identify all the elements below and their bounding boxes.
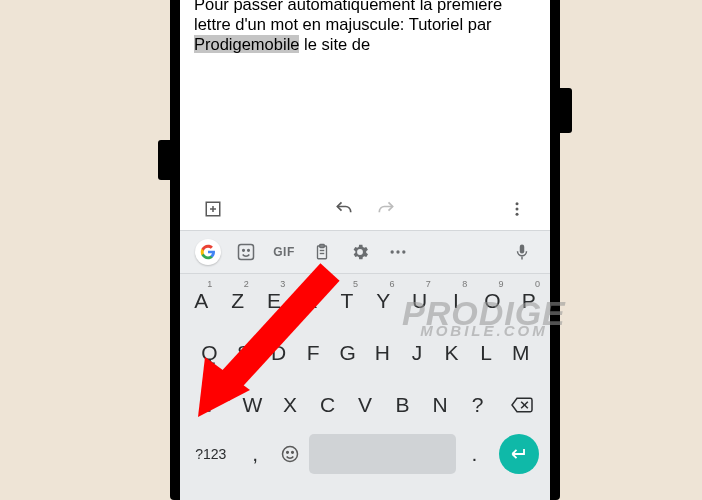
key-T[interactable]: T5: [330, 278, 364, 324]
key-V[interactable]: V: [347, 382, 383, 428]
key-S[interactable]: S: [228, 330, 261, 376]
svg-point-15: [402, 250, 405, 253]
key-U[interactable]: U7: [402, 278, 436, 324]
text-line1: Pour passer automatiquement la première: [194, 0, 502, 13]
svg-point-3: [516, 202, 519, 205]
clipboard-icon[interactable]: [304, 234, 340, 270]
key-F[interactable]: F: [297, 330, 330, 376]
phone-frame: Pour passer automatiquement la première …: [170, 0, 560, 500]
svg-rect-6: [239, 245, 254, 260]
key-W[interactable]: W: [235, 382, 271, 428]
on-screen-keyboard: A1Z2E3R4T5Y6U7I8O9P0 QSDFGHJKLM WXCVBN? …: [180, 274, 550, 500]
key-Y[interactable]: Y6: [366, 278, 400, 324]
gif-icon[interactable]: GIF: [266, 234, 302, 270]
text-line2: lettre d'un mot en majuscule: Tutoriel p…: [194, 15, 492, 33]
key-K[interactable]: K: [435, 330, 468, 376]
svg-point-14: [396, 250, 399, 253]
keyboard-row-1: A1Z2E3R4T5Y6U7I8O9P0: [180, 278, 550, 324]
settings-icon[interactable]: [342, 234, 378, 270]
phone-notch-right: [560, 88, 572, 133]
text-highlight: Prodigemobile: [194, 35, 299, 53]
key-D[interactable]: D: [262, 330, 295, 376]
keyboard-row-3: WXCVBN?: [180, 382, 550, 428]
backspace-key[interactable]: [497, 382, 546, 428]
key-P[interactable]: P0: [512, 278, 546, 324]
more-options-icon[interactable]: [504, 196, 530, 222]
insert-icon[interactable]: [200, 196, 226, 222]
period-key[interactable]: .: [458, 434, 491, 474]
svg-point-20: [287, 452, 289, 454]
symbols-key[interactable]: ?123: [185, 434, 237, 474]
emoji-key[interactable]: [274, 434, 307, 474]
svg-point-7: [243, 250, 245, 252]
svg-point-13: [391, 250, 394, 253]
key-E[interactable]: E3: [257, 278, 291, 324]
more-horizontal-icon[interactable]: [380, 234, 416, 270]
keyboard-row-4: ?123 , .: [180, 434, 550, 474]
key-Q[interactable]: Q: [193, 330, 226, 376]
enter-key[interactable]: [499, 434, 539, 474]
key-N[interactable]: N: [422, 382, 458, 428]
svg-point-5: [516, 213, 519, 216]
editor-toolbar: [180, 190, 550, 228]
svg-point-4: [516, 208, 519, 211]
svg-rect-16: [521, 257, 523, 260]
key-L[interactable]: L: [470, 330, 503, 376]
redo-icon[interactable]: [373, 196, 399, 222]
shift-key[interactable]: [184, 382, 233, 428]
comma-key[interactable]: ,: [239, 434, 272, 474]
keyboard-row-2: QSDFGHJKLM: [180, 330, 550, 376]
key-O[interactable]: O9: [475, 278, 509, 324]
key-M[interactable]: M: [504, 330, 537, 376]
key-Z[interactable]: Z2: [220, 278, 254, 324]
svg-point-8: [248, 250, 250, 252]
key-B[interactable]: B: [385, 382, 421, 428]
text-line3-post: le site de: [299, 35, 370, 53]
sticker-icon[interactable]: [228, 234, 264, 270]
spacebar-key[interactable]: [309, 434, 456, 474]
text-editor-content[interactable]: Pour passer automatiquement la première …: [180, 0, 550, 58]
microphone-icon[interactable]: [504, 234, 540, 270]
google-icon[interactable]: [190, 234, 226, 270]
phone-notch-left: [158, 140, 170, 180]
keyboard-suggestion-bar: GIF: [180, 230, 550, 274]
key-question[interactable]: ?: [460, 382, 496, 428]
key-H[interactable]: H: [366, 330, 399, 376]
key-G[interactable]: G: [331, 330, 364, 376]
svg-point-19: [283, 447, 298, 462]
key-C[interactable]: C: [310, 382, 346, 428]
undo-icon[interactable]: [331, 196, 357, 222]
key-A[interactable]: A1: [184, 278, 218, 324]
svg-point-21: [292, 452, 294, 454]
key-I[interactable]: I8: [439, 278, 473, 324]
key-J[interactable]: J: [401, 330, 434, 376]
key-X[interactable]: X: [272, 382, 308, 428]
key-R[interactable]: R4: [293, 278, 327, 324]
